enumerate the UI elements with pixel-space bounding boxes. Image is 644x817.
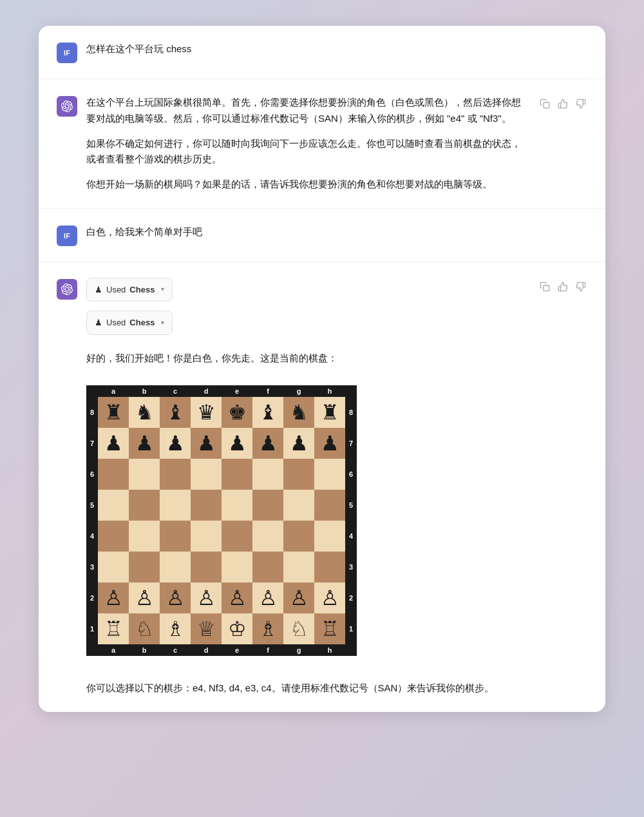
user-message-1-content: 怎样在这个平台玩 chess xyxy=(86,41,587,57)
rank-5: 5 5 xyxy=(86,490,357,521)
sq-a5 xyxy=(98,490,129,521)
sq-h1: ♖ xyxy=(314,613,345,644)
sq-e1: ♔ xyxy=(222,613,252,644)
sq-f1: ♗ xyxy=(252,613,283,644)
sq-d8: ♛ xyxy=(191,397,222,428)
sq-c8: ♝ xyxy=(160,397,191,428)
rank-2: 2 ♙ ♙ ♙ ♙ ♙ ♙ ♙ ♙ 2 xyxy=(86,582,357,613)
chat-container: IF 怎样在这个平台玩 chess 在这个平台上玩国际象棋很简单。首先，你需要选… xyxy=(39,26,605,712)
sq-c6 xyxy=(160,459,191,490)
top-file-labels: a b c d e f g h xyxy=(86,385,357,397)
sq-e3 xyxy=(222,552,252,582)
message-row-ai-2: ♟ Used Chess ▾ ♟ Used Chess ▾ 好的，我们开始吧！你… xyxy=(39,262,605,712)
sq-f7: ♟ xyxy=(252,428,283,459)
rank-1: 1 ♖ ♘ ♗ ♕ ♔ ♗ ♘ ♖ 1 xyxy=(86,613,357,644)
sq-f3 xyxy=(252,552,283,582)
sq-c1: ♗ xyxy=(160,613,191,644)
sq-a1: ♖ xyxy=(98,613,129,644)
sq-c5 xyxy=(160,490,191,521)
used-chess-badge-1[interactable]: ♟ Used Chess ▾ xyxy=(86,278,173,302)
user-avatar-1: IF xyxy=(57,43,77,63)
sq-f2: ♙ xyxy=(252,582,283,613)
ai-message-1-content: 在这个平台上玩国际象棋很简单。首先，你需要选择你想要扮演的角色（白色或黑色），然… xyxy=(86,95,529,193)
sq-g6 xyxy=(283,459,314,490)
sq-b5 xyxy=(129,490,160,521)
sq-f8: ♝ xyxy=(252,397,283,428)
message-row-user-2: IF 白色，给我来个简单对手吧 xyxy=(39,209,605,262)
sq-a3 xyxy=(98,552,129,582)
sq-a2: ♙ xyxy=(98,582,129,613)
sq-g2: ♙ xyxy=(283,582,314,613)
chess-board-with-labels: a b c d e f g h 8 ♜ ♞ xyxy=(86,385,357,656)
chevron-down-icon-1: ▾ xyxy=(161,284,164,295)
sq-e4 xyxy=(222,521,252,552)
rank-3: 3 3 xyxy=(86,552,357,582)
sq-f6 xyxy=(252,459,283,490)
chess-board-wrapper: a b c d e f g h 8 ♜ ♞ xyxy=(86,385,357,661)
sq-g1: ♘ xyxy=(283,613,314,644)
sq-h6 xyxy=(314,459,345,490)
sq-e2: ♙ xyxy=(222,582,252,613)
sq-c2: ♙ xyxy=(160,582,191,613)
sq-f4 xyxy=(252,521,283,552)
rank-7: 7 ♟ ♟ ♟ ♟ ♟ ♟ ♟ ♟ 7 xyxy=(86,428,357,459)
sq-e5 xyxy=(222,490,252,521)
sq-d5 xyxy=(191,490,222,521)
thumbs-down-icon-2[interactable] xyxy=(574,280,587,293)
chess-icon-1: ♟ xyxy=(95,283,102,296)
sq-b7: ♟ xyxy=(129,428,160,459)
sq-d1: ♕ xyxy=(191,613,222,644)
ai-1-actions xyxy=(538,97,587,110)
thumbs-up-icon[interactable] xyxy=(556,97,569,110)
copy-icon-2[interactable] xyxy=(538,280,551,293)
sq-c3 xyxy=(160,552,191,582)
ai-2-intro: 好的，我们开始吧！你是白色，你先走。这是当前的棋盘： xyxy=(86,351,529,367)
rank-8: 8 ♜ ♞ ♝ ♛ ♚ ♝ ♞ ♜ 8 xyxy=(86,397,357,428)
sq-a4 xyxy=(98,521,129,552)
sq-h7: ♟ xyxy=(314,428,345,459)
sq-d3 xyxy=(191,552,222,582)
ai-avatar-2 xyxy=(57,279,77,300)
sq-a7: ♟ xyxy=(98,428,129,459)
sq-c7: ♟ xyxy=(160,428,191,459)
sq-d7: ♟ xyxy=(191,428,222,459)
message-row-user-1: IF 怎样在这个平台玩 chess xyxy=(39,26,605,79)
thumbs-up-icon-2[interactable] xyxy=(556,280,569,293)
message-row-ai-1: 在这个平台上玩国际象棋很简单。首先，你需要选择你想要扮演的角色（白色或黑色），然… xyxy=(39,79,605,209)
sq-g8: ♞ xyxy=(283,397,314,428)
used-chess-badge-2[interactable]: ♟ Used Chess ▾ xyxy=(86,311,173,334)
svg-rect-1 xyxy=(544,285,549,291)
ai-avatar-1 xyxy=(57,96,77,117)
sq-d2: ♙ xyxy=(191,582,222,613)
sq-h3 xyxy=(314,552,345,582)
sq-h5 xyxy=(314,490,345,521)
sq-h2: ♙ xyxy=(314,582,345,613)
sq-e8: ♚ xyxy=(222,397,252,428)
sq-d6 xyxy=(191,459,222,490)
sq-b3 xyxy=(129,552,160,582)
rank-6: 6 6 xyxy=(86,459,357,490)
chess-icon-2: ♟ xyxy=(95,316,102,329)
sq-c4 xyxy=(160,521,191,552)
copy-icon[interactable] xyxy=(538,97,551,110)
sq-g3 xyxy=(283,552,314,582)
user-avatar-2: IF xyxy=(57,226,77,246)
sq-a8: ♜ xyxy=(98,397,129,428)
thumbs-down-icon[interactable] xyxy=(574,97,587,110)
bottom-file-labels: a b c d e f g h xyxy=(86,644,357,656)
ai-1-para-1: 在这个平台上玩国际象棋很简单。首先，你需要选择你想要扮演的角色（白色或黑色），然… xyxy=(86,95,529,127)
sq-a6 xyxy=(98,459,129,490)
sq-b2: ♙ xyxy=(129,582,160,613)
ai-message-2-content: ♟ Used Chess ▾ ♟ Used Chess ▾ 好的，我们开始吧！你… xyxy=(86,278,529,697)
sq-h4 xyxy=(314,521,345,552)
ai-2-actions xyxy=(538,280,587,293)
svg-rect-0 xyxy=(544,102,549,108)
sq-b4 xyxy=(129,521,160,552)
sq-h8: ♜ xyxy=(314,397,345,428)
ai-1-para-2: 如果你不确定如何进行，你可以随时向我询问下一步应该怎么走。你也可以随时查看当前棋… xyxy=(86,136,529,168)
sq-b1: ♘ xyxy=(129,613,160,644)
sq-g7: ♟ xyxy=(283,428,314,459)
ai-1-para-3: 你想开始一场新的棋局吗？如果是的话，请告诉我你想要扮演的角色和你想要对战的电脑等… xyxy=(86,177,529,193)
chevron-down-icon-2: ▾ xyxy=(161,318,164,329)
sq-g5 xyxy=(283,490,314,521)
